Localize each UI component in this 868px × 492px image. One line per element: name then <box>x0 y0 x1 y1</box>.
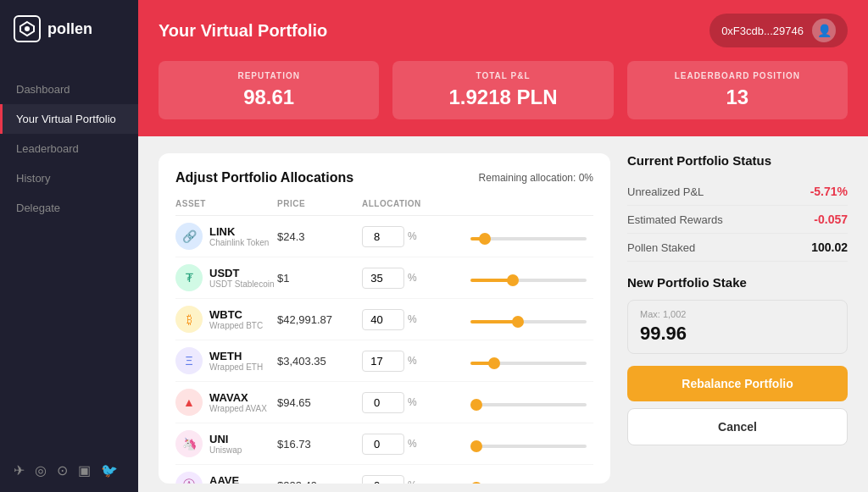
slider-wrap-usdt <box>464 270 593 285</box>
col-allocation: ALLOCATION <box>362 199 464 208</box>
asset-icon-aave: Ⓐ <box>175 472 203 484</box>
slider-wrap-aave <box>464 478 593 484</box>
alloc-wrap-wavax: % <box>362 392 464 413</box>
alloc-wrap-weth: % <box>362 351 464 372</box>
new-portfolio-stake: New Portfolio Stake Max: 1,002 99.96 Reb… <box>627 275 848 445</box>
account-badge[interactable]: 0xF3cdb...29746 👤 <box>709 14 848 47</box>
twitter-icon[interactable]: 🐦 <box>101 462 118 478</box>
asset-text-wavax: WAVAX Wrapped AVAX <box>209 391 267 413</box>
alloc-input-wbtc[interactable] <box>362 309 404 330</box>
slider-wrap-link <box>464 229 593 244</box>
alloc-input-wavax[interactable] <box>362 392 404 413</box>
cancel-button[interactable]: Cancel <box>627 408 848 445</box>
stake-section-title: New Portfolio Stake <box>627 275 848 290</box>
alloc-wrap-wbtc: % <box>362 309 464 330</box>
table-header: ASSET PRICE ALLOCATION <box>175 199 593 216</box>
asset-name-weth: WETH <box>209 350 263 362</box>
slider-link[interactable] <box>470 237 587 240</box>
page-header: Your Virtual Portfolio 0xF3cdb...29746 👤 <box>138 0 868 61</box>
chat-icon[interactable]: ▣ <box>78 462 91 478</box>
stats-bar: REPUTATION 98.61 TOTAL P&L 1.9218 PLN LE… <box>138 61 868 136</box>
slider-wrap-wbtc <box>464 312 593 327</box>
page-title: Your Virtual Portfolio <box>159 21 327 41</box>
alloc-input-weth[interactable] <box>362 351 404 372</box>
sidebar-bottom-icons: ✈ ◎ ⊙ ▣ 🐦 <box>0 449 138 492</box>
asset-info-wavax: ▲ WAVAX Wrapped AVAX <box>175 389 277 416</box>
rebalance-button[interactable]: Rebalance Portfolio <box>627 366 848 401</box>
asset-price-weth: $3,403.35 <box>277 355 362 368</box>
slider-uni[interactable] <box>470 445 587 448</box>
alloc-wrap-usdt: % <box>362 268 464 289</box>
stat-card-leaderboard: LEADERBOARD POSITION 13 <box>627 61 848 119</box>
asset-info-link: 🔗 LINK Chainlink Token <box>175 223 277 250</box>
table-row: Ⓐ AAVE Aave Token $223.49 % <box>175 465 593 484</box>
slider-wrap-uni <box>464 436 593 451</box>
telegram-icon[interactable]: ✈ <box>14 462 25 478</box>
right-panel: Current Portfolio Status Unrealized P&L … <box>627 153 848 492</box>
sidebar-item-label: History <box>16 172 50 185</box>
stat-value-total-pnl: 1.9218 PLN <box>409 86 596 109</box>
alloc-wrap-uni: % <box>362 434 464 455</box>
slider-weth[interactable] <box>470 362 587 365</box>
stat-label-total-pnl: TOTAL P&L <box>409 71 596 80</box>
account-address: 0xF3cdb...29746 <box>721 25 804 37</box>
asset-text-usdt: USDT USDT Stablecoin <box>209 267 275 289</box>
portfolio-title: Adjust Portfolio Allocations <box>175 170 353 185</box>
sidebar-item-your-virtual-portfolio[interactable]: Your Virtual Portfolio <box>0 104 138 134</box>
alloc-input-uni[interactable] <box>362 434 404 455</box>
sidebar-item-delegate[interactable]: Delegate <box>0 193 138 223</box>
alloc-input-usdt[interactable] <box>362 268 404 289</box>
sidebar-item-label: Your Virtual Portfolio <box>16 113 116 125</box>
asset-info-wbtc: ₿ WBTC Wrapped BTC <box>175 306 277 333</box>
status-label: Estimated Rewards <box>627 213 723 226</box>
asset-info-aave: Ⓐ AAVE Aave Token <box>175 472 277 484</box>
stat-card-reputation: REPUTATION 98.61 <box>159 61 379 119</box>
stat-value-reputation: 98.61 <box>175 86 362 109</box>
github-icon[interactable]: ⊙ <box>57 462 68 478</box>
status-value: -0.057 <box>814 213 848 226</box>
table-row: ₿ WBTC Wrapped BTC $42,991.87 % <box>175 299 593 340</box>
status-row: Pollen Staked 100.02 <box>627 234 848 262</box>
sidebar-item-leaderboard[interactable]: Leaderboard <box>0 134 138 163</box>
asset-text-wbtc: WBTC Wrapped BTC <box>209 308 263 330</box>
alloc-pct-wbtc: % <box>408 313 417 325</box>
asset-table: ASSET PRICE ALLOCATION 🔗 LINK Chainlink … <box>175 199 593 484</box>
sidebar-item-label: Dashboard <box>16 83 70 96</box>
sidebar: pollen Dashboard Your Virtual Portfolio … <box>0 0 138 492</box>
asset-subtitle-uni: Uniswap <box>209 445 242 455</box>
asset-icon-weth: Ξ <box>175 347 203 374</box>
asset-icon-link: 🔗 <box>175 223 203 250</box>
stake-max-label: Max: 1,002 <box>640 309 835 319</box>
status-label: Pollen Staked <box>627 241 695 254</box>
remaining-allocation: Remaining allocation: 0% <box>479 172 593 184</box>
asset-price-wavax: $94.65 <box>277 396 362 409</box>
slider-wavax[interactable] <box>470 403 587 406</box>
asset-icon-wbtc: ₿ <box>175 306 203 333</box>
col-slider <box>464 199 593 208</box>
alloc-input-link[interactable] <box>362 226 404 247</box>
asset-price-wbtc: $42,991.87 <box>277 313 362 326</box>
asset-text-aave: AAVE Aave Token <box>209 474 253 484</box>
discord-icon[interactable]: ◎ <box>35 462 47 478</box>
alloc-pct-weth: % <box>408 355 417 367</box>
status-row: Estimated Rewards -0.057 <box>627 206 848 234</box>
asset-name-wbtc: WBTC <box>209 308 263 321</box>
status-rows: Unrealized P&L -5.71% Estimated Rewards … <box>627 178 848 262</box>
sidebar-item-history[interactable]: History <box>0 163 138 193</box>
panel-header: Adjust Portfolio Allocations Remaining a… <box>175 170 593 185</box>
asset-name-usdt: USDT <box>209 267 275 279</box>
table-row: ₮ USDT USDT Stablecoin $1 % <box>175 257 593 299</box>
alloc-input-aave[interactable] <box>362 475 404 484</box>
svg-point-1 <box>25 26 30 31</box>
slider-wbtc[interactable] <box>470 320 587 323</box>
slider-usdt[interactable] <box>470 279 587 282</box>
stake-input-box: Max: 1,002 99.96 <box>627 300 848 354</box>
current-portfolio-status: Current Portfolio Status Unrealized P&L … <box>627 153 848 262</box>
asset-price-link: $24.3 <box>277 230 362 243</box>
logo-icon <box>14 15 41 42</box>
alloc-pct-wavax: % <box>408 396 417 408</box>
sidebar-item-dashboard[interactable]: Dashboard <box>0 75 138 104</box>
asset-icon-wavax: ▲ <box>175 389 203 416</box>
asset-icon-usdt: ₮ <box>175 264 203 291</box>
alloc-pct-uni: % <box>408 438 417 450</box>
